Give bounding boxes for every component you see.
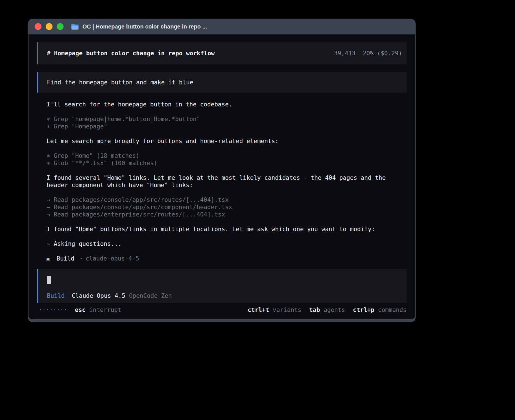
assistant-text: Let me search more broadly for buttons a…: [47, 137, 397, 145]
titlebar[interactable]: OC | Homepage button color change in rep…: [29, 19, 415, 34]
session-title: # Homepage button color change in repo w…: [47, 50, 215, 57]
shortcut-commands: ctrl+p commands: [353, 306, 407, 314]
assistant-text: I found "Home" buttons/links in multiple…: [47, 226, 397, 233]
esc-hint: interrupt: [89, 306, 121, 314]
tool-call-read: → Read packages/console/app/src/routes/[…: [47, 196, 397, 204]
separator-dot: ·: [79, 255, 83, 262]
assistant-message: I found "Home" buttons/links in multiple…: [37, 226, 407, 233]
agent-model: claude-opus-4-5: [86, 255, 139, 262]
tool-call-read: → Read packages/console/app/src/componen…: [47, 204, 397, 211]
shortcut-key: ctrl+t: [248, 306, 269, 314]
assistant-text: I'll search for the homepage button in t…: [47, 101, 397, 108]
context-cost: 20% ($0.29): [363, 50, 402, 57]
session-header: # Homepage button color change in repo w…: [37, 42, 407, 64]
close-button[interactable]: [35, 23, 42, 30]
esc-key-label: esc: [75, 306, 86, 314]
shortcut-key: tab: [309, 306, 320, 314]
minimize-button[interactable]: [46, 23, 53, 30]
tool-call-grep: ∗ Grep "Home" (18 matches): [47, 152, 397, 159]
agent-icon: ▣: [47, 255, 49, 262]
assistant-text: I found several "Home" links. Let me loo…: [47, 174, 397, 189]
status-bar: ········ esc interrupt ctrl+t variants t…: [37, 306, 407, 314]
assistant-message: I'll search for the homepage button in t…: [37, 101, 407, 108]
status-text: ~ Asking questions...: [47, 240, 397, 248]
user-message-text: Find the homepage button and make it blu…: [47, 79, 193, 86]
traffic-lights: [35, 23, 64, 30]
shortcut-label: variants: [273, 306, 301, 314]
spinner-dots: ········: [39, 306, 67, 314]
mode-label[interactable]: Build: [47, 292, 65, 299]
folder-icon: [71, 23, 79, 30]
assistant-message: I found several "Home" links. Let me loo…: [37, 174, 407, 189]
agent-name: Build: [56, 255, 74, 262]
shortcut-label: commands: [378, 306, 407, 314]
tool-call-grep: ∗ Grep "Homepage": [47, 123, 397, 130]
tool-call-grep: ∗ Grep "homepage|home.*button|Home.*butt…: [47, 115, 397, 123]
terminal-window: OC | Homepage button color change in rep…: [28, 19, 416, 322]
tool-call-glob: ∗ Glob "**/*.tsx" (100 matches): [47, 159, 397, 167]
user-message: Find the homepage button and make it blu…: [37, 72, 407, 93]
tool-call-group: ∗ Grep "homepage|home.*button|Home.*butt…: [37, 115, 407, 130]
agent-status-row: ▣ Build · claude-opus-4-5: [37, 255, 407, 262]
text-cursor: [47, 276, 51, 284]
shortcut-key: ctrl+p: [353, 306, 374, 314]
zoom-button[interactable]: [57, 23, 64, 30]
shortcut-variants: ctrl+t variants: [248, 306, 301, 314]
provider-label: OpenCode Zen: [129, 292, 172, 299]
session-stats: 39,413 20% ($0.29): [334, 50, 402, 57]
title-group: OC | Homepage button color change in rep…: [71, 23, 207, 30]
model-label[interactable]: Claude Opus 4.5: [72, 292, 125, 299]
shortcut-label: agents: [324, 306, 345, 314]
input-status-line: Build Claude Opus 4.5 OpenCode Zen: [47, 292, 398, 299]
tool-call-group: → Read packages/console/app/src/routes/[…: [37, 196, 407, 218]
window-title: OC | Homepage button color change in rep…: [82, 23, 207, 30]
tool-call-read: → Read packages/enterprise/src/routes/[.…: [47, 211, 397, 218]
tool-call-group: ∗ Grep "Home" (18 matches) ∗ Glob "**/*.…: [37, 152, 407, 167]
terminal-content: # Homepage button color change in repo w…: [29, 34, 415, 319]
status-message: ~ Asking questions...: [37, 240, 407, 248]
token-count: 39,413: [334, 50, 355, 57]
shortcut-agents: tab agents: [309, 306, 345, 314]
prompt-input[interactable]: Build Claude Opus 4.5 OpenCode Zen: [37, 269, 407, 303]
assistant-message: Let me search more broadly for buttons a…: [37, 137, 407, 145]
